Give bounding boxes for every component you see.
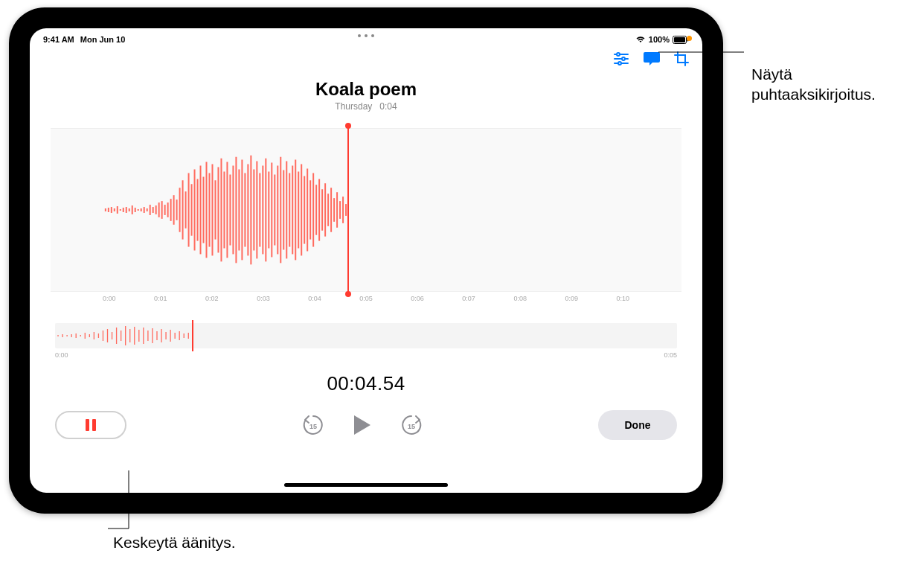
callout-transcript: Näytä puhtaaksikirjoitus. (751, 64, 876, 105)
callout-pause: Keskeytä äänitys. (113, 532, 236, 552)
